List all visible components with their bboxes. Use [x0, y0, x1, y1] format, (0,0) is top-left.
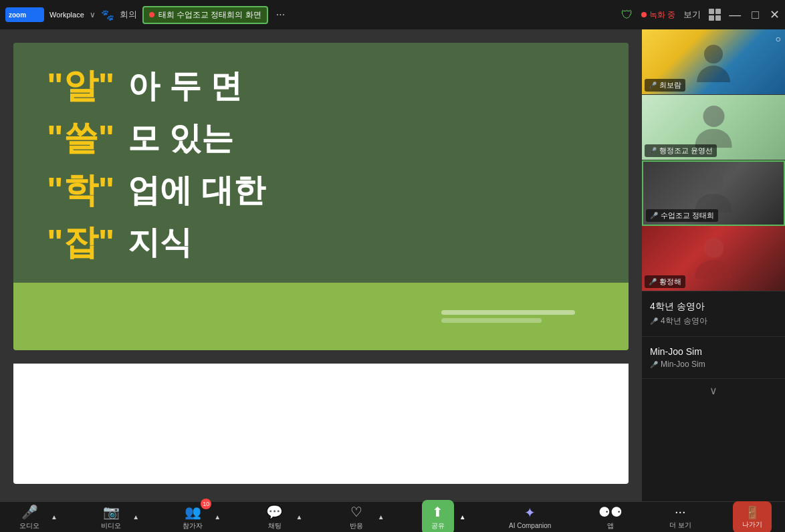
ai-star-icon: ✦	[524, 505, 536, 521]
participant-2-name-tag: 🎤 행정조교 윤영선	[645, 144, 717, 157]
slide-text-2: 모 있는	[128, 117, 233, 160]
participant-video-1: ○ 🎤 최보람	[642, 29, 785, 95]
slide-line-4: "잡" 지식	[47, 219, 595, 266]
participants-icon: 👥	[185, 504, 201, 520]
ai-companion-label: AI Companion	[509, 522, 551, 529]
participant-1-corner-icon[interactable]: ○	[776, 33, 781, 44]
leave-label: 나가기	[742, 520, 762, 529]
participant-3-name-tag: 🎤 수업조교 정태희	[646, 209, 718, 222]
security-shield-icon: 🛡	[621, 8, 633, 22]
main-content: "알" 아 두 면 "쓸" 모 있는 "학" 업에 대한 "잡" 지식	[0, 29, 785, 501]
slide-stripes	[428, 283, 629, 350]
recording-label: 녹화 중	[649, 9, 675, 21]
slide-white-area	[13, 364, 629, 484]
presentation-area: "알" 아 두 면 "쓸" 모 있는 "학" 업에 대한 "잡" 지식	[0, 29, 642, 501]
sidebar-scroll-down-button[interactable]: ∨	[642, 379, 785, 402]
grid-view-icon[interactable]	[709, 9, 721, 21]
close-button[interactable]: ✕	[770, 7, 780, 22]
participant-video-4: 🎤 황정해	[642, 226, 785, 291]
chat-group: 💬 채팅 ▲	[259, 501, 304, 533]
audio-button[interactable]: 🎤 오디오	[13, 501, 45, 533]
participant-text-2-sub: 🎤 Min-Joo Sim	[650, 360, 777, 369]
meeting-label: 회의	[120, 9, 137, 21]
chat-chevron-icon[interactable]: ▲	[295, 512, 304, 522]
workplace-label: Workplace	[49, 11, 84, 19]
share-chevron-icon[interactable]: ▲	[458, 512, 467, 522]
share-label: 공유	[431, 521, 445, 531]
audio-label: 오디오	[19, 521, 39, 531]
audio-chevron-icon[interactable]: ▲	[49, 512, 59, 522]
more-label: 더 보기	[669, 521, 691, 530]
svg-text:zoom: zoom	[9, 11, 26, 19]
minimize-button[interactable]: —	[729, 8, 741, 22]
slide-bottom-strip	[13, 283, 629, 350]
share-group: ⬆ 공유 ▲	[422, 500, 467, 533]
slide-line-1: "알" 아 두 면	[47, 63, 595, 110]
title-bar-right: 🛡 녹화 중 보기 — □ ✕	[621, 7, 780, 22]
mic-small-icon-1: 🎤	[650, 317, 658, 325]
slide-text-3: 업에 대한	[128, 169, 265, 212]
share-label: 태희 수업조교 정태희의 화면	[158, 9, 261, 21]
slide-green-section: "알" 아 두 면 "쓸" 모 있는 "학" 업에 대한 "잡" 지식	[13, 43, 629, 283]
mic-off-icon-3: 🎤	[650, 212, 658, 219]
participant-1-name-tag: 🎤 최보람	[645, 79, 685, 92]
maximize-button[interactable]: □	[752, 8, 759, 22]
share-icon: ⬆	[432, 504, 443, 520]
reaction-group: ♡ 반응 ▲	[340, 501, 386, 533]
zoom-logo: zoom	[5, 7, 44, 22]
apps-label: 앱	[607, 521, 614, 531]
leave-group: 🚪 나가기	[733, 501, 772, 533]
participants-group: 👥 참가자 10 ▲	[177, 501, 222, 533]
view-label[interactable]: 보기	[683, 9, 701, 21]
leave-icon: 🚪	[745, 505, 760, 520]
participant-text-2: Min-Joo Sim 🎤 Min-Joo Sim	[642, 337, 785, 379]
reaction-button[interactable]: ♡ 반응	[340, 501, 372, 533]
toolbar: 🎤 오디오 ▲ 📷 비디오 ▲ 👥 참가자 10 ▲ 💬 채팅 ▲	[0, 501, 785, 532]
video-chevron-icon[interactable]: ▲	[131, 512, 140, 522]
reaction-label: 반응	[350, 521, 363, 531]
participant-text-2-name: Min-Joo Sim	[650, 346, 777, 357]
participants-label: 참가자	[183, 521, 203, 531]
slide-container: "알" 아 두 면 "쓸" 모 있는 "학" 업에 대한 "잡" 지식	[0, 29, 642, 501]
share-indicator: 태희 수업조교 정태희의 화면	[142, 6, 268, 24]
reaction-chevron-icon[interactable]: ▲	[376, 512, 386, 522]
participant-video-2: 🎤 행정조교 윤영선	[642, 95, 785, 160]
slide-text-1: 아 두 면	[128, 65, 242, 108]
video-label: 비디오	[101, 521, 121, 531]
participant-text-1-name: 4학년 송영아	[650, 301, 777, 313]
participant-video-3: 🎤 수업조교 정태희	[642, 160, 785, 226]
window-controls: — □ ✕	[729, 7, 780, 22]
share-dot-icon	[149, 12, 154, 17]
apps-group: ⚈⚈ 앱	[593, 501, 628, 533]
mic-small-icon-2: 🎤	[650, 361, 658, 368]
slide-char-3: "학"	[47, 167, 114, 214]
chat-button[interactable]: 💬 채팅	[259, 501, 291, 533]
video-group: 📷 비디오 ▲	[95, 501, 140, 533]
participants-btn-wrap: 👥 참가자 10	[177, 501, 209, 533]
share-button[interactable]: ⬆ 공유	[422, 500, 454, 533]
dropdown-chevron-icon[interactable]: ∨	[90, 10, 96, 19]
leave-button[interactable]: 🚪 나가기	[733, 501, 772, 533]
mic-off-icon-1: 🎤	[649, 82, 657, 89]
mic-muted-icon: 🎤	[21, 504, 38, 520]
slide-char-2: "쓸"	[47, 115, 114, 162]
chat-label: 채팅	[268, 521, 282, 531]
video-button[interactable]: 📷 비디오	[95, 501, 127, 533]
share-more-icon[interactable]: ···	[276, 9, 285, 21]
ai-companion-button[interactable]: ✦ AI Companion	[503, 502, 556, 532]
stripe-2	[441, 318, 542, 323]
apps-button[interactable]: ⚈⚈ 앱	[593, 501, 628, 533]
chat-icon: 💬	[266, 504, 283, 520]
meeting-icon: 🐾	[101, 9, 114, 21]
more-button[interactable]: ··· 더 보기	[664, 501, 697, 532]
slide-char-1: "알"	[47, 63, 114, 110]
sidebar: ○ 🎤 최보람 🎤 행정조교 윤영선	[642, 29, 785, 501]
presentation-slide: "알" 아 두 면 "쓸" 모 있는 "학" 업에 대한 "잡" 지식	[13, 43, 629, 350]
title-bar: zoom Workplace ∨ 🐾 회의 태희 수업조교 정태희의 화면 ··…	[0, 0, 785, 29]
ai-companion-group: ✦ AI Companion	[503, 502, 556, 532]
participant-4-name-tag: 🎤 황정해	[645, 275, 685, 288]
participants-chevron-icon[interactable]: ▲	[213, 512, 222, 522]
rec-dot-icon	[641, 12, 647, 17]
stripe-1	[441, 310, 575, 315]
audio-group: 🎤 오디오 ▲	[13, 501, 59, 533]
